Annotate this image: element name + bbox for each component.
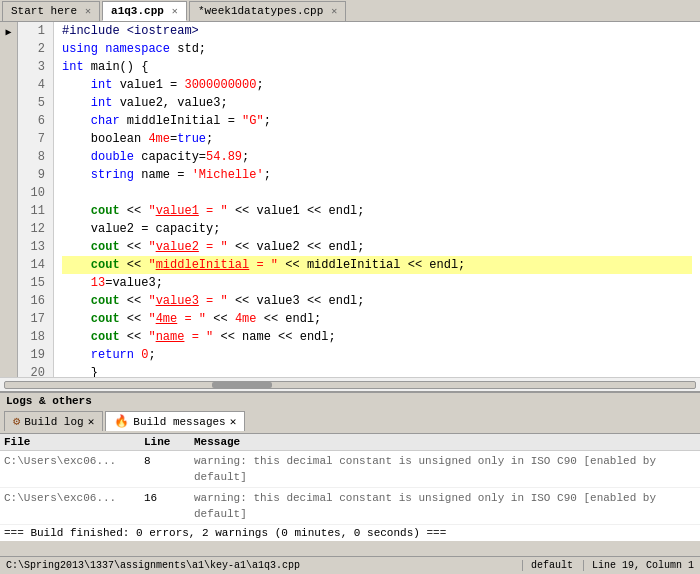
code-line-4: int value1 = 3000000000; [62, 76, 692, 94]
code-line-1: #include <iostream> [62, 22, 692, 40]
code-line-11: cout << "value1 = " << value1 << endl; [62, 202, 692, 220]
tab-start-here-close[interactable]: ✕ [85, 5, 91, 17]
status-position: Line 19, Column 1 [583, 560, 694, 571]
tab-build-messages-label: Build messages [133, 416, 225, 428]
code-line-3: int main() { [62, 58, 692, 76]
code-line-6: char middleInitial = "G"; [62, 112, 692, 130]
tab-build-log-label: Build log [24, 416, 83, 428]
code-line-8: double capacity=54.89; [62, 148, 692, 166]
code-line-14: cout << "middleInitial = " << middleInit… [62, 256, 692, 274]
code-line-9: string name = 'Michelle'; [62, 166, 692, 184]
tab-a1q3-close[interactable]: ✕ [172, 5, 178, 17]
col-header-line: Line [144, 436, 194, 448]
table-row[interactable]: C:\Users\exc06... 16 warning: this decim… [0, 488, 700, 525]
code-line-15: 13=value3; [62, 274, 692, 292]
tab-start-here-label: Start here [11, 5, 77, 17]
line-numbers: 12345 678910 1112131415 1617181920 [18, 22, 54, 377]
tab-a1q3[interactable]: a1q3.cpp ✕ [102, 1, 187, 21]
scroll-track[interactable] [4, 381, 696, 389]
tab-build-messages-close[interactable]: ✕ [230, 415, 237, 428]
code-editor[interactable]: 12345 678910 1112131415 1617181920 #incl… [18, 22, 700, 377]
build-table-header: File Line Message [0, 434, 700, 451]
table-row[interactable]: C:\Users\exc06... 8 warning: this decima… [0, 451, 700, 488]
tab-week1[interactable]: *week1datatypes.cpp ✕ [189, 1, 346, 21]
row1-line: 8 [144, 453, 194, 485]
build-messages-table: File Line Message C:\Users\exc06... 8 wa… [0, 434, 700, 541]
code-line-2: using namespace std; [62, 40, 692, 58]
tab-week1-close[interactable]: ✕ [331, 5, 337, 17]
tab-build-messages[interactable]: 🔥 Build messages ✕ [105, 411, 245, 431]
tab-a1q3-label: a1q3.cpp [111, 5, 164, 17]
status-mode: default [522, 560, 573, 571]
tab-build-log-close[interactable]: ✕ [88, 415, 95, 428]
status-path: C:\Spring2013\1337\assignments\a1\key-a1… [6, 560, 512, 571]
code-line-18: cout << "name = " << name << endl; [62, 328, 692, 346]
tab-start-here[interactable]: Start here ✕ [2, 1, 100, 21]
row1-message: warning: this decimal constant is unsign… [194, 453, 696, 485]
horizontal-scrollbar[interactable] [0, 377, 700, 391]
build-icon: ⚙ [13, 414, 20, 429]
code-line-13: cout << "value2 = " << value2 << endl; [62, 238, 692, 256]
code-line-20: } [62, 364, 692, 377]
left-panel-toggle[interactable]: ▶ [0, 22, 18, 377]
code-line-5: int value2, value3; [62, 94, 692, 112]
code-line-10 [62, 184, 692, 202]
code-line-17: cout << "4me = " << 4me << endl; [62, 310, 692, 328]
logs-tab-bar: ⚙ Build log ✕ 🔥 Build messages ✕ [0, 409, 700, 434]
col-header-message: Message [194, 436, 696, 448]
logs-panel-title: Logs & others [0, 393, 700, 409]
build-finished-message: === Build finished: 0 errors, 2 warnings… [0, 525, 700, 541]
tab-week1-label: *week1datatypes.cpp [198, 5, 323, 17]
editor-area: ▶ 12345 678910 1112131415 1617181920 #in… [0, 22, 700, 377]
tab-bar: Start here ✕ a1q3.cpp ✕ *week1datatypes.… [0, 0, 700, 22]
row2-message: warning: this decimal constant is unsign… [194, 490, 696, 522]
col-header-file: File [4, 436, 144, 448]
code-line-12: value2 = capacity; [62, 220, 692, 238]
status-bar: C:\Spring2013\1337\assignments\a1\key-a1… [0, 556, 700, 574]
row1-file: C:\Users\exc06... [4, 453, 144, 485]
code-line-7: boolean 4me=true; [62, 130, 692, 148]
scroll-thumb[interactable] [212, 382, 272, 388]
tab-build-log[interactable]: ⚙ Build log ✕ [4, 411, 103, 431]
code-line-16: cout << "value3 = " << value3 << endl; [62, 292, 692, 310]
fire-icon: 🔥 [114, 414, 129, 429]
code-line-19: return 0; [62, 346, 692, 364]
code-content[interactable]: #include <iostream> using namespace std;… [54, 22, 700, 377]
row2-line: 16 [144, 490, 194, 522]
logs-panel: Logs & others ⚙ Build log ✕ 🔥 Build mess… [0, 391, 700, 541]
row2-file: C:\Users\exc06... [4, 490, 144, 522]
